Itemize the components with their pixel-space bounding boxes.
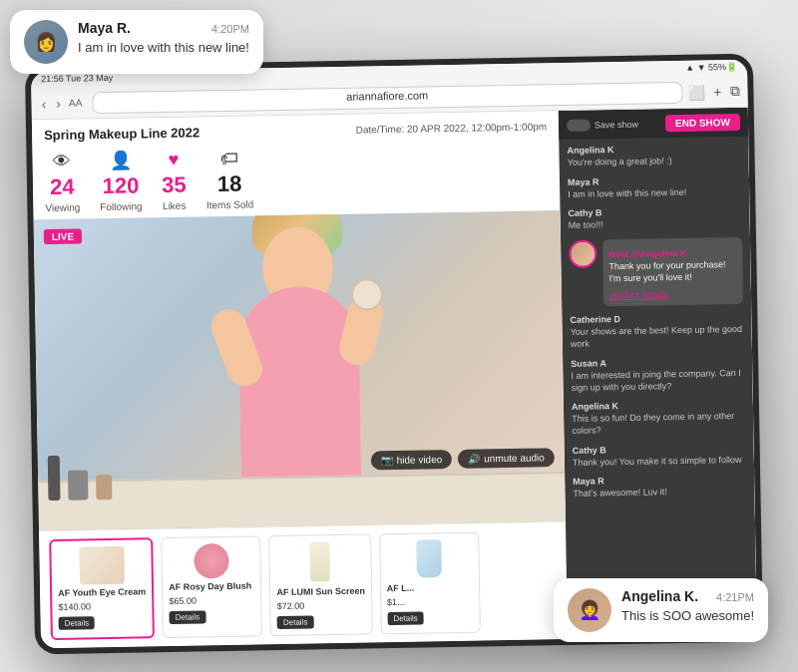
product-card-2[interactable]: AF LUMI Sun Screen $72.00 Details bbox=[268, 534, 372, 637]
chat-message-1: Maya R I am in love with this new line! bbox=[568, 174, 741, 201]
product-btn-2[interactable]: Details bbox=[277, 615, 314, 629]
chat-header: Save show END SHOW bbox=[559, 108, 748, 140]
heart-icon: ♥ bbox=[168, 149, 179, 169]
product-img-0 bbox=[79, 546, 125, 585]
save-toggle[interactable] bbox=[567, 119, 591, 131]
chat-message-8: Maya R That's awesome! Luv it! bbox=[573, 474, 746, 501]
unmute-audio-button[interactable]: 🔊 unmute audio bbox=[458, 448, 555, 469]
products-bar: AF Youth Eye Cream $140.00 Details AF Ro… bbox=[39, 521, 568, 648]
desk-item-1 bbox=[48, 456, 61, 501]
notification-angelina: 👩‍🦱 Angelina K. 4:21PM This is SOO aweso… bbox=[554, 578, 768, 642]
video-controls: 📷 hide video 🔊 unmute audio bbox=[370, 448, 555, 470]
chat-message-4: Catherine D Your shows are the best! Kee… bbox=[570, 312, 744, 350]
sold-icon: 🏷 bbox=[220, 148, 238, 168]
host-author: Host @Angelina K bbox=[608, 248, 686, 259]
desk-items bbox=[48, 455, 113, 501]
hide-video-button[interactable]: 📷 hide video bbox=[370, 450, 452, 470]
notification-maya: 👩 Maya R. 4:20PM I am in love with this … bbox=[10, 10, 263, 74]
chat-author-8: Maya R bbox=[573, 474, 746, 487]
stat-sold: 🏷 18 Items Sold bbox=[205, 148, 253, 210]
following-count: 120 bbox=[102, 172, 139, 199]
product-name-2: AF LUMI Sun Screen bbox=[276, 586, 365, 598]
desk-surface bbox=[38, 472, 566, 530]
tabs-icon[interactable]: ⧉ bbox=[729, 83, 739, 100]
forward-button[interactable]: › bbox=[54, 95, 63, 111]
viewing-label: Viewing bbox=[45, 201, 80, 213]
chat-text-5: I am interested in joing the company. Ca… bbox=[571, 368, 744, 394]
main-section: Spring Makeup Line 2022 Date/Time: 20 AP… bbox=[32, 111, 568, 648]
notification-angelina-content: Angelina K. 4:21PM This is SOO awesome! bbox=[621, 588, 754, 625]
chat-author-0: Angelina K bbox=[567, 143, 740, 156]
status-time: 21:56 Tue 23 May bbox=[41, 73, 113, 86]
following-label: Following bbox=[100, 200, 142, 212]
audio-icon: 🔊 bbox=[468, 454, 480, 465]
chat-text-6: This is so fun! Do they come in any othe… bbox=[572, 411, 745, 437]
desk-item-2 bbox=[68, 471, 89, 501]
host-text: Thank you for your purchase! I'm sure yo… bbox=[608, 259, 736, 285]
chat-message-6: Angelina K This is so fun! Do they come … bbox=[572, 399, 746, 437]
product-card-0[interactable]: AF Youth Eye Cream $140.00 Details bbox=[49, 537, 155, 640]
aa-label: AA bbox=[69, 97, 83, 108]
product-details-link[interactable]: product details bbox=[609, 290, 668, 301]
likes-label: Likes bbox=[163, 199, 187, 210]
tablet-screen: 21:56 Tue 23 May ▲ ▼ 55%🔋 ‹ › AA arianna… bbox=[31, 60, 757, 648]
host-msg-bubble: Host @Angelina K Thank you for your purc… bbox=[602, 237, 743, 307]
live-badge: LIVE bbox=[44, 228, 82, 244]
stat-viewing: 👁 24 Viewing bbox=[44, 151, 80, 213]
maya-avatar: 👩 bbox=[24, 20, 68, 64]
browser-actions: ⬜ + ⧉ bbox=[688, 83, 739, 101]
product-img-1 bbox=[194, 543, 229, 579]
product-price-3: $1... bbox=[387, 596, 473, 607]
chat-author-4: Catherine D bbox=[570, 312, 743, 325]
product-name-0: AF Youth Eye Cream bbox=[58, 587, 146, 599]
maya-message: I am in love with this new line! bbox=[78, 39, 249, 57]
eye-icon: 👁 bbox=[53, 151, 71, 171]
stat-following: 👤 120 Following bbox=[99, 149, 142, 212]
chat-text-0: You're doing a great job! :) bbox=[568, 155, 741, 169]
tablet-device: 21:56 Tue 23 May ▲ ▼ 55%🔋 ‹ › AA arianna… bbox=[25, 54, 763, 655]
angelina-time: 4:21PM bbox=[716, 591, 754, 603]
desk-item-3 bbox=[96, 475, 112, 500]
chat-author-1: Maya R bbox=[568, 174, 741, 187]
notification-maya-content: Maya R. 4:20PM I am in love with this ne… bbox=[78, 20, 249, 57]
chat-text-8: That's awesome! Luv it! bbox=[573, 486, 746, 501]
product-btn-3[interactable]: Details bbox=[387, 612, 424, 626]
sold-label: Items Sold bbox=[206, 198, 253, 210]
angelina-name: Angelina K. bbox=[621, 588, 698, 604]
product-card-1[interactable]: AF Rosy Day Blush $65.00 Details bbox=[161, 536, 262, 639]
chat-text-1: I am in love with this new line! bbox=[568, 186, 741, 201]
notif-header: Maya R. 4:20PM bbox=[78, 20, 249, 36]
chat-text-4: Your shows are the best! Keep up the goo… bbox=[571, 324, 744, 350]
angelina-message: This is SOO awesome! bbox=[621, 607, 754, 625]
url-bar[interactable]: ariannafiore.com bbox=[92, 81, 682, 113]
chat-text-7: Thank you! You make it so simple to foll… bbox=[573, 454, 746, 469]
show-header: Spring Makeup Line 2022 Date/Time: 20 AP… bbox=[32, 111, 561, 219]
save-show-label: Save show bbox=[567, 118, 638, 131]
chat-message-7: Cathy B Thank you! You make it so simple… bbox=[573, 442, 746, 469]
chat-author-5: Susan A bbox=[571, 356, 744, 369]
video-icon: 📷 bbox=[381, 455, 393, 466]
chat-author-7: Cathy B bbox=[573, 442, 746, 455]
chat-author-6: Angelina K bbox=[572, 399, 745, 412]
add-tab-icon[interactable]: + bbox=[713, 84, 721, 100]
viewing-count: 24 bbox=[50, 173, 75, 199]
stats-row: 👁 24 Viewing 👤 120 Following ♥ 35 bbox=[44, 142, 548, 213]
chat-message-0: Angelina K You're doing a great job! :) bbox=[567, 143, 740, 169]
product-btn-0[interactable]: Details bbox=[59, 616, 96, 630]
content-area: Spring Makeup Line 2022 Date/Time: 20 AP… bbox=[32, 108, 757, 648]
maya-time: 4:20PM bbox=[211, 23, 249, 35]
product-name-3: AF L... bbox=[387, 582, 473, 594]
product-img-3 bbox=[416, 539, 442, 577]
presenter-figure bbox=[197, 210, 401, 489]
chat-author-2: Cathy B bbox=[568, 205, 741, 218]
back-button[interactable]: ‹ bbox=[39, 96, 48, 112]
share-icon[interactable]: ⬜ bbox=[688, 84, 705, 100]
product-price-1: $65.00 bbox=[169, 594, 254, 605]
product-btn-1[interactable]: Details bbox=[170, 610, 206, 624]
stat-likes: ♥ 35 Likes bbox=[161, 149, 187, 210]
end-show-button[interactable]: END SHOW bbox=[665, 114, 740, 132]
chat-panel: Save show END SHOW Angelina K You're doi… bbox=[559, 108, 757, 639]
status-icons: ▲ ▼ 55%🔋 bbox=[685, 62, 737, 75]
likes-count: 35 bbox=[162, 171, 187, 197]
product-card-3[interactable]: AF L... $1... Details bbox=[379, 532, 481, 635]
